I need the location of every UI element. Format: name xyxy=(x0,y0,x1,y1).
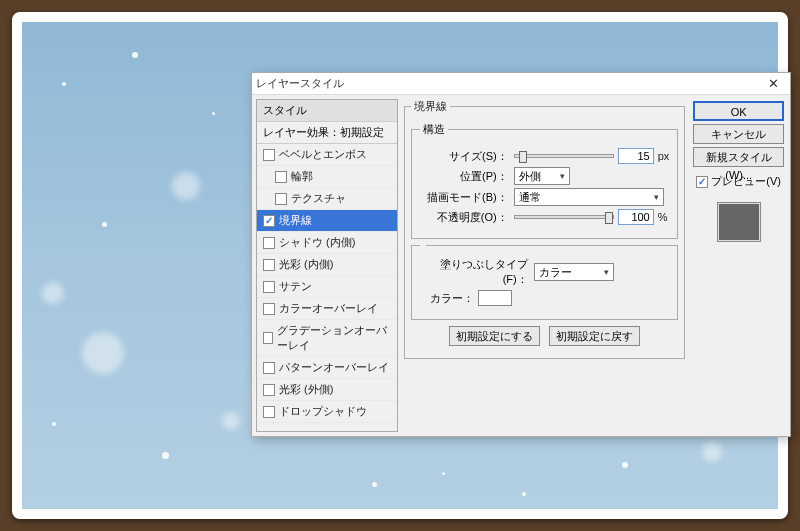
size-unit: px xyxy=(658,150,670,162)
position-label: 位置(P)： xyxy=(420,169,510,184)
snow-dot xyxy=(372,482,377,487)
reset-default-button[interactable]: 初期設定に戻す xyxy=(549,326,640,346)
position-row: 位置(P)： 外側 ▾ xyxy=(420,167,670,185)
snow-dot xyxy=(52,422,56,426)
style-checkbox[interactable] xyxy=(263,281,275,293)
style-checkbox[interactable] xyxy=(263,406,275,418)
default-buttons-row: 初期設定にする 初期設定に戻す xyxy=(411,324,679,348)
blendmode-row: 描画モード(B)： 通常 ▾ xyxy=(420,188,670,206)
bokeh-dot xyxy=(222,412,240,430)
structure-label: 構造 xyxy=(420,122,448,137)
stroke-group: 境界線 構造 サイズ(S)： px 位置(P)： 外側 ▾ xyxy=(404,99,686,359)
style-item-label: 光彩 (内側) xyxy=(279,257,333,272)
bokeh-dot xyxy=(172,172,200,200)
style-checkbox[interactable] xyxy=(275,193,287,205)
style-checkbox[interactable] xyxy=(263,362,275,374)
position-value: 外側 xyxy=(519,169,541,184)
style-checkbox[interactable] xyxy=(263,384,275,396)
make-default-button[interactable]: 初期設定にする xyxy=(449,326,540,346)
ok-button[interactable]: OK xyxy=(693,101,784,121)
color-row: カラー： xyxy=(420,290,670,306)
style-item-label: 光彩 (外側) xyxy=(279,382,333,397)
layer-style-dialog: レイヤースタイル ✕ スタイル レイヤー効果：初期設定 ベベルとエンボス輪郭テク… xyxy=(251,72,791,437)
close-icon: ✕ xyxy=(768,76,779,91)
style-item-1[interactable]: 輪郭 xyxy=(257,166,397,188)
chevron-down-icon: ▾ xyxy=(648,192,659,202)
preview-label: プレビュー(V) xyxy=(711,174,781,189)
style-item-5[interactable]: 光彩 (内側) xyxy=(257,254,397,276)
snow-dot xyxy=(132,52,138,58)
style-item-label: グラデーションオーバーレイ xyxy=(277,323,391,353)
opacity-row: 不透明度(O)： % xyxy=(420,209,670,225)
style-item-label: シャドウ (内側) xyxy=(279,235,355,250)
snow-dot xyxy=(522,492,526,496)
filltype-value: カラー xyxy=(539,265,572,280)
style-item-label: カラーオーバーレイ xyxy=(279,301,378,316)
snow-dot xyxy=(212,112,215,115)
opacity-label: 不透明度(O)： xyxy=(420,210,510,225)
cancel-button[interactable]: キャンセル xyxy=(693,124,784,144)
filltype-dropdown[interactable]: カラー ▾ xyxy=(534,263,614,281)
opacity-input[interactable] xyxy=(618,209,654,225)
style-item-10[interactable]: 光彩 (外側) xyxy=(257,379,397,401)
style-checkbox[interactable] xyxy=(263,237,275,249)
blend-options-row[interactable]: レイヤー効果：初期設定 xyxy=(257,122,397,144)
style-item-label: 輪郭 xyxy=(291,169,313,184)
style-item-6[interactable]: サテン xyxy=(257,276,397,298)
style-item-11[interactable]: ドロップシャドウ xyxy=(257,401,397,423)
position-dropdown[interactable]: 外側 ▾ xyxy=(514,167,570,185)
preview-checkbox[interactable] xyxy=(696,176,708,188)
close-button[interactable]: ✕ xyxy=(756,73,790,94)
color-swatch[interactable] xyxy=(478,290,512,306)
bokeh-dot xyxy=(42,282,64,304)
style-item-label: パターンオーバーレイ xyxy=(279,360,389,375)
style-checkbox[interactable] xyxy=(263,149,275,161)
style-item-2[interactable]: テクスチャ xyxy=(257,188,397,210)
opacity-unit: % xyxy=(658,211,668,223)
filltype-label: 塗りつぶしタイプ(F)： xyxy=(420,257,530,287)
fill-group: 塗りつぶしタイプ(F)： カラー ▾ カラー： xyxy=(411,245,679,320)
opacity-slider[interactable] xyxy=(514,215,614,219)
snow-dot xyxy=(162,452,169,459)
style-checkbox[interactable] xyxy=(263,303,275,315)
size-label: サイズ(S)： xyxy=(420,149,510,164)
size-slider[interactable] xyxy=(514,154,614,158)
style-checkbox[interactable] xyxy=(263,332,273,344)
style-checkbox[interactable] xyxy=(263,259,275,271)
dialog-body: スタイル レイヤー効果：初期設定 ベベルとエンボス輪郭テクスチャ境界線シャドウ … xyxy=(252,95,790,436)
chevron-down-icon: ▾ xyxy=(554,171,565,181)
style-item-label: ベベルとエンボス xyxy=(279,147,367,162)
new-style-button[interactable]: 新規スタイル(W)... xyxy=(693,147,784,167)
style-item-3[interactable]: 境界線 xyxy=(257,210,397,232)
structure-group: 構造 サイズ(S)： px 位置(P)： 外側 ▾ xyxy=(411,122,679,239)
stroke-group-label: 境界線 xyxy=(411,99,450,114)
style-list-panel: スタイル レイヤー効果：初期設定 ベベルとエンボス輪郭テクスチャ境界線シャドウ … xyxy=(256,99,398,432)
style-item-label: サテン xyxy=(279,279,312,294)
style-list-header: スタイル xyxy=(257,100,397,122)
chevron-down-icon: ▾ xyxy=(598,267,609,277)
snow-dot xyxy=(62,82,66,86)
blendmode-dropdown[interactable]: 通常 ▾ xyxy=(514,188,664,206)
style-checkbox[interactable] xyxy=(263,215,275,227)
size-input[interactable] xyxy=(618,148,654,164)
snow-dot xyxy=(622,462,628,468)
right-button-column: OK キャンセル 新規スタイル(W)... プレビュー(V) xyxy=(691,99,786,432)
titlebar[interactable]: レイヤースタイル ✕ xyxy=(252,73,790,95)
snow-dot xyxy=(102,222,107,227)
style-item-9[interactable]: パターンオーバーレイ xyxy=(257,357,397,379)
dialog-title: レイヤースタイル xyxy=(256,76,344,91)
style-checkbox[interactable] xyxy=(275,171,287,183)
color-label: カラー： xyxy=(420,291,474,306)
size-row: サイズ(S)： px xyxy=(420,148,670,164)
preview-checkbox-row[interactable]: プレビュー(V) xyxy=(693,174,784,189)
snow-dot xyxy=(442,472,445,475)
preview-swatch xyxy=(717,202,761,242)
style-item-label: 境界線 xyxy=(279,213,312,228)
blendmode-label: 描画モード(B)： xyxy=(420,190,510,205)
style-item-7[interactable]: カラーオーバーレイ xyxy=(257,298,397,320)
filltype-row: 塗りつぶしタイプ(F)： カラー ▾ xyxy=(420,257,670,287)
style-item-0[interactable]: ベベルとエンボス xyxy=(257,144,397,166)
style-item-8[interactable]: グラデーションオーバーレイ xyxy=(257,320,397,357)
style-item-4[interactable]: シャドウ (内側) xyxy=(257,232,397,254)
settings-panel: 境界線 構造 サイズ(S)： px 位置(P)： 外側 ▾ xyxy=(402,99,688,432)
